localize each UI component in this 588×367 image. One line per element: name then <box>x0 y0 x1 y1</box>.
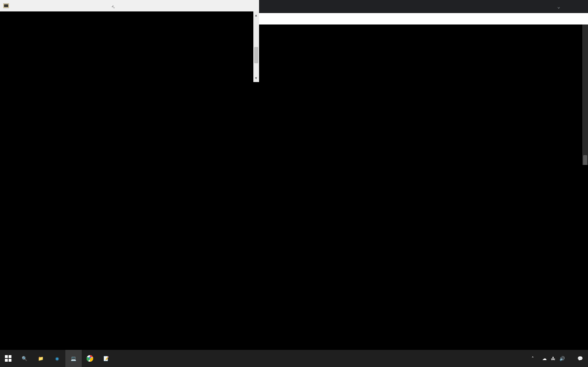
chevron-down-icon[interactable]: ⌄ <box>557 4 560 9</box>
scrollbar[interactable]: ▴ ▾ <box>253 11 259 13</box>
putty-window[interactable]: ▴ ▾ <box>0 0 259 13</box>
terminal-body[interactable]: ▴ ▾ <box>0 11 259 13</box>
svg-rect-1 <box>4 4 9 7</box>
titlebar[interactable] <box>0 0 259 11</box>
window-controls: ⌄ <box>557 4 588 9</box>
mouse-cursor: ↖ <box>111 2 114 9</box>
putty-icon <box>3 3 9 9</box>
